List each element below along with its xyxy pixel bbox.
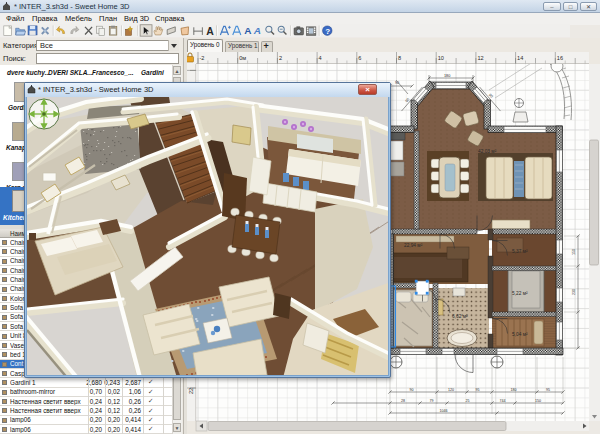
- svg-text:A: A: [206, 26, 214, 37]
- svg-text:-2: -2: [200, 55, 205, 61]
- svg-text:22,94 м²: 22,94 м²: [404, 243, 423, 248]
- svg-text:180: 180: [444, 74, 450, 78]
- svg-text:16: 16: [557, 55, 563, 61]
- svg-text:95: 95: [546, 388, 550, 392]
- svg-text:10: 10: [438, 55, 444, 61]
- svg-text:?: ?: [325, 27, 330, 36]
- svg-text:0м: 0м: [239, 55, 246, 61]
- svg-text:150: 150: [535, 399, 541, 403]
- svg-text:25: 25: [466, 399, 470, 403]
- svg-text:120: 120: [448, 388, 454, 392]
- svg-text:6,62 м²: 6,62 м²: [452, 314, 468, 319]
- svg-text:230: 230: [572, 289, 576, 295]
- svg-text:95: 95: [476, 388, 480, 392]
- svg-text:12: 12: [477, 55, 483, 61]
- svg-text:90: 90: [395, 81, 399, 85]
- svg-text:5,04 м²: 5,04 м²: [512, 332, 528, 337]
- svg-text:90: 90: [410, 388, 414, 392]
- svg-text:2: 2: [279, 55, 282, 61]
- svg-text:79: 79: [430, 399, 434, 403]
- svg-text:6: 6: [358, 55, 361, 61]
- svg-text:8: 8: [398, 55, 401, 61]
- svg-text:14: 14: [517, 55, 523, 61]
- svg-text:22: 22: [188, 388, 194, 394]
- svg-text:180: 180: [511, 388, 517, 392]
- svg-text:4: 4: [319, 55, 322, 61]
- svg-text:5,37 м²: 5,37 м²: [512, 249, 528, 254]
- svg-text:42,03 м²: 42,03 м²: [478, 149, 497, 154]
- svg-text:28: 28: [401, 399, 405, 403]
- svg-text:150: 150: [572, 249, 576, 255]
- svg-text:1046: 1046: [440, 409, 448, 413]
- svg-text:A: A: [244, 25, 251, 36]
- svg-text:744: 744: [500, 399, 506, 403]
- svg-text:5,22 м²: 5,22 м²: [512, 291, 528, 296]
- svg-text:A: A: [253, 25, 261, 36]
